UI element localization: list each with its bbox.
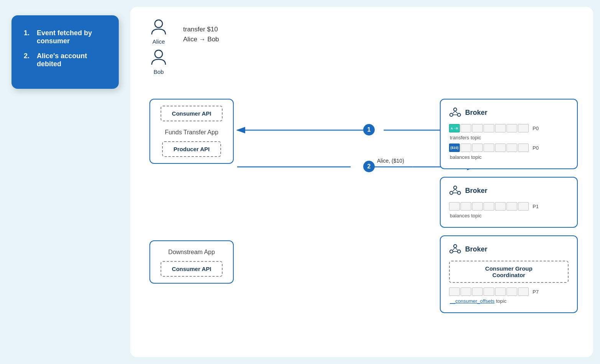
cell-empty [495, 202, 506, 211]
cell-empty [472, 144, 483, 152]
broker2-header: Broker [449, 184, 569, 197]
cell-empty [484, 287, 494, 296]
broker1-transfers-row: A→B P0 [449, 124, 569, 132]
cell-empty [461, 124, 471, 132]
broker1-balances-cells: ($10) [449, 144, 529, 152]
info-list: 1. Event fetched by consumer 2. Alice's … [24, 29, 107, 68]
cell-blue: ($10) [449, 144, 460, 152]
cell-empty [507, 144, 517, 152]
consumer-api-box: Consumer API [161, 106, 223, 121]
cell-empty [507, 202, 517, 211]
broker-2: Broker P1 balances topic [440, 177, 578, 228]
svg-line-14 [455, 111, 457, 113]
broker3-label: Broker [465, 245, 487, 253]
cell-empty [518, 124, 529, 132]
svg-line-19 [453, 189, 455, 191]
downstream-box: Downstream App Consumer API [149, 240, 234, 284]
cell-empty [518, 202, 529, 211]
cell-empty [461, 287, 471, 296]
cell-empty [484, 124, 494, 132]
badge-1: 1 [363, 124, 375, 135]
item1-text: Event fetched by consumer [37, 29, 107, 45]
item2-text: Alice's account debited [37, 52, 107, 68]
left-panel: 1. Event fetched by consumer 2. Alice's … [0, 0, 130, 364]
alice-label: Alice [152, 38, 165, 45]
cell-empty [449, 287, 460, 296]
alice-icon [149, 18, 168, 37]
svg-line-26 [455, 248, 457, 250]
broker3-kafka-icon [449, 243, 461, 255]
svg-point-17 [450, 191, 453, 194]
broker1-balances-topic-name: balances topic [450, 154, 569, 160]
cell-empty [461, 202, 471, 211]
svg-point-12 [457, 113, 461, 116]
broker3-offsets-row: P7 [449, 287, 569, 296]
bob-person: Bob [149, 49, 168, 75]
broker1-balances-row: ($10) P0 [449, 144, 569, 152]
broker-1: Broker A→B P0 transfers topic [440, 99, 578, 169]
bob-icon [149, 49, 168, 67]
cell-empty [495, 287, 506, 296]
svg-line-20 [455, 189, 457, 191]
svg-point-10 [454, 108, 457, 111]
funds-transfer-app: Consumer API Funds Transfer App Producer… [149, 99, 234, 164]
broker2-balances-topic-name: balances topic [450, 213, 569, 219]
badge-2: 2 [363, 161, 375, 172]
broker3-offsets-p7: P7 [533, 289, 539, 295]
persons-section: Alice Bob transfer $10 Alice → Bob [149, 18, 219, 75]
alice-person: Alice [149, 18, 168, 45]
svg-point-22 [454, 245, 457, 248]
cell-empty [484, 144, 494, 152]
item2-num: 2. [24, 52, 33, 60]
bob-label: Bob [154, 69, 164, 75]
broker1-kafka-icon [449, 106, 461, 119]
broker1-transfers-topic-name: transfers topic [450, 135, 569, 140]
svg-point-11 [450, 113, 453, 116]
broker3-header: Broker [449, 243, 569, 255]
downstream-title: Downstream App [168, 249, 215, 256]
persons-column: Alice Bob [149, 18, 168, 75]
svg-point-16 [454, 186, 457, 189]
cell-empty [461, 144, 471, 152]
diagram-area: Alice Bob transfer $10 Alice → Bob Con [146, 18, 578, 332]
producer-api-box: Producer API [162, 141, 221, 157]
main-content: Alice Bob transfer $10 Alice → Bob Con [130, 7, 593, 357]
svg-line-25 [453, 248, 455, 250]
cell-empty [472, 287, 483, 296]
broker1-transfers-p0: P0 [533, 126, 539, 131]
broker2-label: Broker [465, 187, 487, 195]
broker2-balances-row: P1 [449, 202, 569, 211]
info-item-2: 2. Alice's account debited [24, 52, 107, 68]
broker2-balances-cells [449, 202, 529, 211]
svg-line-13 [453, 111, 455, 113]
cell-teal: A→B [449, 124, 460, 132]
broker1-label: Broker [465, 109, 487, 117]
item1-num: 1. [24, 29, 33, 37]
svg-point-23 [450, 250, 453, 253]
svg-point-9 [155, 50, 162, 58]
cell-empty [507, 287, 517, 296]
transfer-text: transfer $10 Alice → Bob [183, 18, 219, 43]
brokers-column: Broker A→B P0 transfers topic [440, 99, 578, 313]
broker2-balances-p1: P1 [533, 204, 539, 209]
broker-3: Broker Consumer GroupCoordinator [440, 235, 578, 313]
svg-point-24 [457, 250, 461, 253]
cell-empty [518, 287, 529, 296]
info-item-1: 1. Event fetched by consumer [24, 29, 107, 45]
broker1-transfers-cells: A→B [449, 124, 529, 132]
info-card: 1. Event fetched by consumer 2. Alice's … [11, 15, 119, 89]
svg-point-8 [155, 20, 162, 28]
funds-transfer-title: Funds Transfer App [165, 129, 218, 136]
downstream-consumer-api: Consumer API [161, 261, 223, 277]
app-box: Consumer API Funds Transfer App Producer… [149, 99, 234, 164]
alice-debit-label: Alice, ($10) [377, 158, 404, 164]
consumer-group-coordinator-box: Consumer GroupCoordinator [449, 261, 569, 283]
broker3-offsets-cells [449, 287, 529, 296]
cell-empty [495, 124, 506, 132]
cell-empty [449, 202, 460, 211]
broker1-balances-p0: P0 [533, 145, 539, 151]
cell-empty [507, 124, 517, 132]
consumer-offsets-link[interactable]: __consumer_offsets [450, 298, 495, 304]
svg-point-18 [457, 191, 461, 194]
broker3-offsets-topic-name: __consumer_offsets topic [450, 298, 569, 304]
